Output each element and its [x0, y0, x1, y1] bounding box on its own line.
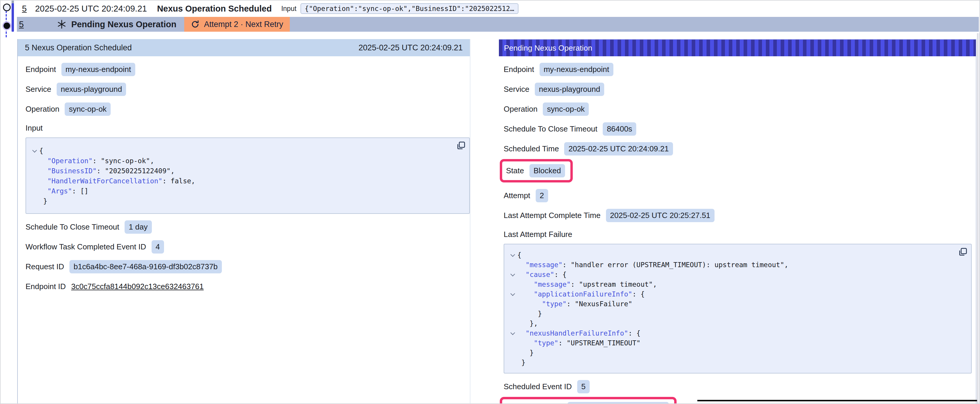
workflow-task-completed-event-id-value-badge: 4	[151, 240, 164, 253]
blocked-reason-highlight-annotation: Blocked ReasonThe circuit breaker is ope…	[500, 397, 676, 404]
service-value-badge: nexus-playground	[57, 82, 126, 96]
input-json-preview: {"Operation":"sync-op-ok","BusinessID":"…	[301, 3, 518, 14]
json-text: }	[517, 358, 526, 368]
service-label: Service	[504, 85, 530, 94]
json-line: }	[29, 196, 463, 206]
json-line: {	[29, 146, 463, 156]
workflow-task-completed-event-id-label: Workflow Task Completed Event ID	[25, 242, 146, 252]
json-text: }	[39, 196, 48, 206]
field-operation: Operationsync-op-ok	[25, 103, 470, 116]
json-line: "Operation": "sync-op-ok",	[29, 156, 463, 166]
service-value-badge: nexus-playground	[535, 82, 605, 96]
operation-label: Operation	[504, 105, 538, 114]
json-line: "HandlerWaitForCancellation": false,	[29, 176, 463, 186]
event-id-link[interactable]: 5	[22, 4, 27, 14]
event-row-pending-nexus-operation[interactable]: 5 Pending Nexus Operation Attempt 2 · Ne…	[17, 17, 979, 32]
gutter-spacer	[507, 260, 517, 270]
input-section-label: Input	[25, 124, 470, 133]
operation-value-badge: sync-op-ok	[65, 103, 111, 116]
json-text: },	[517, 319, 538, 328]
bottom-divider-line	[697, 400, 979, 401]
collapse-chevron-icon[interactable]	[507, 250, 517, 260]
field-endpoint: Endpointmy-nexus-endpoint	[25, 63, 470, 76]
gutter-spacer	[29, 166, 39, 176]
last-attempt-complete-time-value-badge: 2025-02-25 UTC 20:25:27.51	[606, 209, 714, 222]
scheduled-time-label: Scheduled Time	[504, 144, 559, 154]
scheduled-event-id-value-badge: 5	[577, 380, 590, 393]
operation-label: Operation	[25, 105, 59, 114]
json-line: }	[507, 348, 965, 358]
field-endpoint-id: Endpoint ID3c0c75ccfa8144b092c13ce632463…	[25, 280, 470, 293]
panel-header: 5 Nexus Operation Scheduled 2025-02-25 U…	[18, 39, 470, 56]
schedule-to-close-timeout-label: Schedule To Close Timeout	[504, 124, 597, 133]
json-text: "type": "UPSTREAM_TIMEOUT"	[517, 338, 640, 348]
copy-icon	[958, 248, 967, 257]
scheduled-event-id-label: Scheduled Event ID	[504, 382, 572, 391]
collapse-chevron-icon[interactable]	[507, 270, 517, 280]
json-line: "type": "NexusFailure"	[507, 299, 965, 309]
event-timestamp: 2025-02-25 UTC 20:24:09.21	[35, 4, 147, 14]
input-json-viewer: {"Operation": "sync-op-ok","BusinessID":…	[25, 138, 470, 214]
json-line: "message": "handler error (UPSTREAM_TIME…	[507, 260, 965, 270]
schedule-to-close-timeout-label: Schedule To Close Timeout	[25, 222, 119, 231]
pending-panel-header: Pending Nexus Operation	[499, 39, 976, 56]
json-line: },	[507, 319, 965, 328]
json-line: {	[507, 250, 965, 260]
request-id-label: Request ID	[25, 262, 64, 271]
event-title: Nexus Operation Scheduled	[157, 4, 272, 14]
detail-panel-pending-nexus-operation: Pending Nexus Operation Endpointmy-nexus…	[499, 39, 977, 403]
field-scheduled-time: Scheduled Time2025-02-25 UTC 20:24:09.21	[504, 142, 976, 155]
service-label: Service	[25, 85, 51, 94]
gutter-spacer	[507, 280, 517, 289]
endpoint-id-label: Endpoint ID	[25, 282, 66, 291]
detail-panel-nexus-operation-scheduled: 5 Nexus Operation Scheduled 2025-02-25 U…	[17, 39, 471, 403]
copy-button[interactable]	[456, 142, 465, 151]
schedule-to-close-timeout-value-badge: 1 day	[124, 220, 152, 234]
schedule-to-close-timeout-value-badge: 86400s	[603, 122, 636, 136]
collapse-chevron-icon[interactable]	[507, 328, 517, 338]
json-text: "HandlerWaitForCancellation": false,	[39, 176, 195, 186]
endpoint-id-link[interactable]: 3c0c75ccfa8144b092c13ce632463761	[71, 282, 204, 291]
json-text: "applicationFailureInfo": {	[517, 289, 644, 299]
json-line: }	[507, 358, 965, 368]
state-highlight-annotation: StateBlocked	[500, 159, 573, 182]
attempt-value-badge: 2	[536, 189, 548, 202]
gutter-spacer	[507, 338, 517, 348]
pending-asterisk-icon	[57, 19, 67, 29]
panel-title: Pending Nexus Operation	[504, 44, 592, 53]
temporal-event-history-screen: 5 2025-02-25 UTC 20:24:09.21 Nexus Opera…	[0, 0, 980, 404]
json-text: "type": "NexusFailure"	[517, 299, 632, 309]
json-text: "message": "upstream timeout",	[517, 280, 657, 289]
event-duration-bar	[11, 3, 14, 32]
blocked-reason-value-badge: The circuit breaker is open.	[567, 402, 669, 404]
field-endpoint: Endpointmy-nexus-endpoint	[504, 63, 976, 76]
panel-timestamp: 2025-02-25 UTC 20:24:09.21	[359, 43, 463, 52]
gutter-spacer	[29, 176, 39, 186]
json-text: "nexusHandlerFailureInfo": {	[517, 328, 640, 338]
field-operation: Operationsync-op-ok	[504, 103, 976, 116]
attempt-label: Attempt	[504, 191, 530, 200]
copy-button[interactable]	[958, 248, 967, 257]
state-value-badge: Blocked	[530, 164, 565, 177]
scheduled-time-value-badge: 2025-02-25 UTC 20:24:09.21	[564, 142, 673, 155]
collapse-chevron-icon[interactable]	[29, 146, 39, 156]
field-schedule-to-close-timeout: Schedule To Close Timeout1 day	[25, 220, 470, 234]
input-column-label: Input	[281, 5, 296, 13]
state-label: State	[506, 166, 524, 175]
json-line: "cause": {	[507, 270, 965, 280]
event-title: Pending Nexus Operation	[71, 19, 177, 29]
last-attempt-complete-time-label: Last Attempt Complete Time	[504, 211, 601, 220]
collapse-chevron-icon[interactable]	[507, 289, 517, 299]
event-row-nexus-operation-scheduled[interactable]: 5 2025-02-25 UTC 20:24:09.21 Nexus Opera…	[17, 1, 978, 16]
endpoint-label: Endpoint	[504, 65, 534, 74]
json-line: "Args": []	[29, 186, 463, 196]
endpoint-value-badge: my-nexus-endpoint	[61, 63, 135, 76]
json-line: "BusinessID": "20250225122409",	[29, 166, 463, 176]
scrollbar-track[interactable]	[977, 33, 979, 403]
failure-section-label: Last Attempt Failure	[504, 230, 976, 239]
json-text: "cause": {	[517, 270, 566, 280]
gutter-spacer	[507, 358, 517, 368]
request-id-value-badge: b1c6a4bc-8ee7-468a-9169-df3b02c8737b	[69, 260, 222, 273]
event-id-link[interactable]: 5	[19, 19, 24, 29]
json-text: "Operation": "sync-op-ok",	[39, 156, 154, 166]
